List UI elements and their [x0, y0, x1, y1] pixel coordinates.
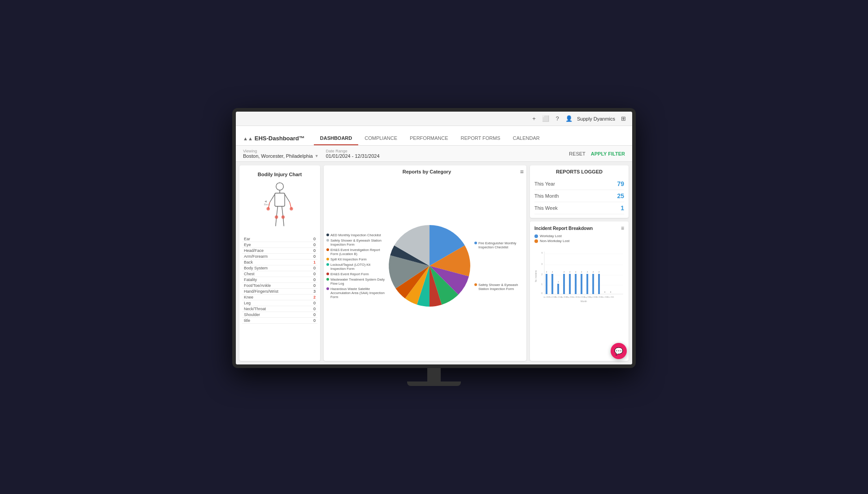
svg-text:3: 3	[541, 263, 542, 265]
chrome-bar: + ⬜ ? 👤 Supply Dyanmics ⊞	[236, 112, 632, 126]
tab-performance[interactable]: PERFORMANCE	[404, 132, 455, 145]
svg-text:1: 1	[558, 281, 559, 283]
svg-rect-2	[275, 193, 285, 207]
pie-dot	[326, 278, 329, 281]
reset-button[interactable]: RESET	[569, 151, 586, 156]
injury-row: Back 1	[242, 260, 317, 265]
svg-text:2: 2	[575, 271, 577, 273]
monitor-stand	[232, 368, 636, 386]
tab-calendar[interactable]: CALENDAR	[507, 132, 546, 145]
pie-container: AED Monthly Inspection Checklist Safety …	[326, 177, 524, 355]
pie-label-item: AED Monthly Inspection Checklist	[326, 233, 385, 237]
grid-icon[interactable]: ⊞	[620, 115, 627, 122]
help-icon[interactable]: ?	[554, 115, 561, 122]
pie-svg	[385, 217, 474, 315]
location-text: Boston, Worcester, Philadelphia	[243, 153, 313, 159]
bar	[546, 274, 547, 294]
pie-label-item: EH&S Event Report Form	[326, 272, 385, 276]
chat-button[interactable]: 💬	[611, 343, 627, 359]
tab-compliance[interactable]: COMPLIANCE	[358, 132, 404, 145]
svg-text:2: 2	[564, 271, 565, 273]
date-range-text: 01/01/2024 - 12/31/2024	[326, 153, 380, 159]
injury-row: Chest 0	[242, 271, 317, 277]
svg-text:4: 4	[541, 251, 542, 254]
viewing-label: Viewing	[243, 149, 319, 153]
tab-dashboard[interactable]: DASHBOARD	[314, 132, 359, 145]
pie-title: Reports by Category	[403, 169, 451, 174]
pie-dot	[326, 287, 329, 290]
screen: + ⬜ ? 👤 Supply Dyanmics ⊞ ▲▲ EHS-Dashboa…	[236, 112, 632, 364]
injury-row: Hand/Fingers/Wrist 3	[242, 289, 317, 295]
incident-menu-icon[interactable]: ≡	[621, 225, 624, 231]
filter-bar: Viewing Boston, Worcester, Philadelphia …	[236, 146, 632, 162]
stand-base	[407, 381, 461, 386]
body-figure: ◀ Back ↓	[242, 181, 317, 234]
body-injury-title: Bodily Injury Chart	[242, 168, 317, 179]
non-workday-label: Non-Workday Lost	[540, 239, 569, 243]
body-injury-card: Bodily Injury Chart	[239, 165, 320, 361]
this-week-value: 1	[621, 204, 624, 212]
stand-neck	[427, 368, 441, 381]
workday-label: Workday Lost	[540, 234, 562, 238]
pie-label-item: EH&S Event Investigation Report Form (Lo…	[326, 248, 385, 256]
injury-row: Ear 0	[242, 236, 317, 242]
bar	[581, 274, 582, 294]
pie-dot	[326, 273, 329, 275]
bar	[563, 274, 565, 294]
svg-text:Jun 2024: Jun 2024	[573, 296, 579, 298]
injury-row: Fatality 0	[242, 277, 317, 283]
injury-row: Shoulder 0	[242, 312, 317, 318]
injury-table: Ear 0 Eye 0 Head/Face 0 Arm/Forearm	[242, 236, 317, 324]
bar	[557, 284, 559, 294]
body-svg: ◀ Back ↓	[262, 181, 298, 234]
svg-text:0: 0	[541, 292, 542, 295]
tab-report-forms[interactable]: REPORT FORMS	[455, 132, 507, 145]
legend-non-workday: Non-Workday Lost	[534, 239, 624, 243]
svg-point-11	[275, 216, 278, 219]
app-logo: ▲▲ EHS-Dashboard™	[243, 135, 305, 142]
date-range-value[interactable]: 01/01/2024 - 12/31/2024	[326, 153, 380, 159]
pie-dot	[326, 263, 329, 266]
pie-dot	[326, 258, 329, 260]
apply-filter-button[interactable]: APPLY FILTER	[591, 151, 625, 156]
svg-text:Dec 2024: Dec 2024	[608, 296, 614, 298]
svg-point-14	[290, 207, 293, 210]
injury-row: title 0	[242, 318, 317, 324]
svg-text:2: 2	[546, 271, 547, 273]
pie-dot	[326, 239, 329, 242]
pie-menu-icon[interactable]: ≡	[520, 168, 524, 175]
location-filter: Viewing Boston, Worcester, Philadelphia …	[243, 149, 319, 159]
add-icon[interactable]: +	[530, 115, 538, 122]
svg-text:↓: ↓	[278, 181, 280, 184]
svg-text:2: 2	[593, 271, 594, 273]
bar	[586, 274, 588, 294]
pie-label-item: Lockout/Tagout (LOTO) Kit Inspection For…	[326, 263, 385, 271]
bar	[592, 274, 594, 294]
bar-chart-svg: 4 3 2 1 0 No. Incidents	[534, 245, 624, 308]
pie-label-item: Safety Shower & Eyewash Station Inspecti…	[474, 283, 524, 291]
reports-this-year-row: This Year 79	[534, 178, 624, 190]
this-year-value: 79	[617, 180, 624, 187]
reports-logged-card: REPORTS LOGGED This Year 79 This Month 2…	[530, 165, 629, 218]
injury-row: Foot/Toe/Ankle 0	[242, 283, 317, 289]
location-value[interactable]: Boston, Worcester, Philadelphia ▼	[243, 153, 319, 159]
incident-title: Incident Report Breakdown	[534, 226, 593, 231]
legend-workday: Workday Lost	[534, 234, 624, 238]
svg-text:2: 2	[541, 273, 542, 276]
injury-row: Head/Face 0	[242, 248, 317, 254]
date-range-label: Date Range	[326, 149, 380, 153]
incident-breakdown-card: Incident Report Breakdown ≡ Workday Lost…	[530, 221, 629, 361]
location-dropdown-arrow: ▼	[315, 154, 319, 158]
window-icon[interactable]: ⬜	[542, 115, 549, 122]
svg-line-5	[285, 194, 290, 202]
bar	[551, 274, 553, 294]
pie-dot	[474, 242, 477, 244]
legend: Workday Lost Non-Workday Lost	[534, 234, 624, 243]
injury-row: Neck/Throat 0	[242, 306, 317, 312]
this-year-label: This Year	[534, 181, 555, 186]
account-icon[interactable]: 👤	[565, 115, 573, 122]
main-content: Bodily Injury Chart	[236, 162, 632, 364]
date-range-filter: Date Range 01/01/2024 - 12/31/2024	[326, 149, 380, 159]
svg-text:2: 2	[552, 271, 553, 273]
logo-text: EHS-Dashboard™	[255, 135, 305, 142]
